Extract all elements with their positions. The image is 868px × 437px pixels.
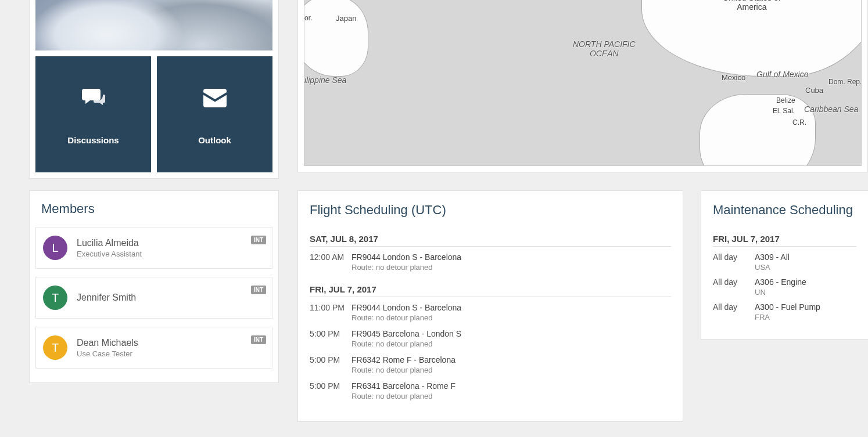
event-time: 12:00 AM — [310, 252, 351, 275]
event-row[interactable]: All dayA306 - EngineUN — [713, 275, 856, 300]
map-label-el-sal: El. Sal. — [773, 107, 795, 115]
map-label-philippine: ilippine Sea — [304, 75, 346, 85]
event-title: FR9044 London S - Barcelona — [351, 303, 671, 312]
member-info: Dean MichaelsUse Case Tester — [77, 338, 138, 358]
envelope-icon — [198, 84, 232, 112]
member-name: Lucilia Almeida — [77, 238, 142, 248]
map-label-mexico: Mexico — [722, 73, 745, 82]
event-time: 11:00 PM — [310, 303, 351, 326]
avatar: L — [43, 236, 67, 260]
event-time: 5:00 PM — [310, 381, 351, 404]
member-title: Use Case Tester — [77, 349, 138, 358]
event-row[interactable]: All dayA309 - AllUSA — [713, 250, 856, 275]
event-subtitle: Route: no detour planed — [351, 313, 671, 322]
top-left-tile-panel: ☔11°☔12°☔12°☔12° Discussions Outlook — [29, 0, 279, 179]
event-row[interactable]: 5:00 PMFR6341 Barcelona - Rome FRoute: n… — [310, 379, 671, 405]
member-row[interactable]: TJennifer SmithINT — [35, 277, 272, 319]
member-title: Executive Assistant — [77, 250, 142, 258]
day-header: FRI, JUL 7, 2017 — [310, 284, 671, 297]
event-time: 5:00 PM — [310, 355, 351, 378]
event-row[interactable]: 12:00 AMFR9044 London S - BarcelonaRoute… — [310, 250, 671, 276]
members-title: Members — [35, 201, 272, 227]
cloud-background — [35, 0, 272, 50]
chat-icon — [77, 84, 110, 112]
event-body: FR6341 Barcelona - Rome FRoute: no detou… — [351, 381, 671, 404]
event-title: A309 - All — [755, 252, 856, 262]
event-title: A306 - Engine — [755, 277, 856, 287]
member-name: Dean Michaels — [77, 338, 138, 348]
event-body: A306 - EngineUN — [755, 277, 856, 299]
maintenance-scheduling-title: Maintenance Scheduling — [713, 203, 856, 218]
int-badge: INT — [251, 286, 266, 294]
event-subtitle: Route: no detour planed — [351, 366, 671, 374]
mexico-shape — [700, 94, 816, 166]
map-label-north-pacific: NORTH PACIFICOCEAN — [573, 39, 636, 58]
event-subtitle: USA — [755, 263, 856, 272]
event-subtitle: Route: no detour planed — [351, 263, 671, 272]
flight-scheduling-panel: Flight Scheduling (UTC) SAT, JUL 8, 2017… — [297, 190, 683, 422]
event-row[interactable]: 11:00 PMFR9044 London S - BarcelonaRoute… — [310, 301, 671, 327]
member-info: Lucilia AlmeidaExecutive Assistant — [77, 238, 142, 258]
member-info: Jennifer Smith — [77, 292, 136, 303]
event-row[interactable]: All dayA300 - Fuel PumpFRA — [713, 300, 856, 325]
event-body: FR9044 London S - BarcelonaRoute: no det… — [351, 252, 671, 275]
event-body: A300 - Fuel PumpFRA — [755, 302, 856, 324]
event-subtitle: Route: no detour planed — [351, 392, 671, 400]
event-row[interactable]: 5:00 PMFR9045 Barcelona - London SRoute:… — [310, 327, 671, 353]
event-body: A309 - AllUSA — [755, 252, 856, 274]
member-name: Jennifer Smith — [77, 292, 136, 303]
map-label-gulf-mexico: Gulf of Mexico — [756, 70, 808, 79]
member-row[interactable]: TDean MichaelsUse Case TesterINT — [35, 327, 272, 369]
maintenance-scheduling-panel: Maintenance Scheduling FRI, JUL 7, 2017A… — [701, 190, 868, 340]
outlook-tile[interactable]: Outlook — [157, 56, 272, 172]
event-time: All day — [713, 252, 755, 274]
avatar: T — [43, 335, 67, 360]
map-label-caribbean: Caribbean Sea — [804, 104, 858, 114]
event-time: 5:00 PM — [310, 329, 351, 352]
discussions-tile[interactable]: Discussions — [35, 56, 151, 172]
map-label-dom-rep: Dom. Rep. — [828, 78, 862, 86]
int-badge: INT — [251, 335, 266, 344]
map-label-frag: or. — [304, 14, 312, 22]
map-view[interactable]: – United States ofAmerica Japan NORTH PA… — [304, 0, 862, 166]
discussions-label: Discussions — [67, 135, 119, 145]
map-label-cuba: Cuba — [805, 86, 823, 95]
event-subtitle: UN — [755, 288, 856, 297]
outlook-label: Outlook — [198, 135, 231, 145]
event-title: FR6341 Barcelona - Rome F — [351, 381, 671, 391]
map-label-japan: Japan — [336, 14, 356, 23]
event-body: FR6342 Rome F - BarcelonaRoute: no detou… — [351, 355, 671, 378]
event-title: FR6342 Rome F - Barcelona — [351, 355, 671, 364]
avatar: T — [43, 286, 67, 310]
map-label-cr: C.R. — [792, 118, 806, 127]
event-time: All day — [713, 277, 755, 299]
event-subtitle: Route: no detour planed — [351, 340, 671, 348]
member-row[interactable]: LLucilia AlmeidaExecutive AssistantINT — [35, 227, 272, 269]
day-header: SAT, JUL 8, 2017 — [310, 234, 671, 247]
event-body: FR9045 Barcelona - London SRoute: no det… — [351, 329, 671, 352]
event-title: FR9044 London S - Barcelona — [351, 252, 671, 262]
members-panel: Members LLucilia AlmeidaExecutive Assist… — [29, 190, 279, 383]
map-panel: – United States ofAmerica Japan NORTH PA… — [297, 0, 868, 172]
event-row[interactable]: 5:00 PMFR6342 Rome F - BarcelonaRoute: n… — [310, 353, 671, 379]
map-label-belize: Belize — [776, 96, 795, 104]
event-subtitle: FRA — [755, 313, 856, 322]
event-body: FR9044 London S - BarcelonaRoute: no det… — [351, 303, 671, 326]
japan-shape — [304, 0, 368, 77]
event-title: FR9045 Barcelona - London S — [351, 329, 671, 338]
flight-scheduling-title: Flight Scheduling (UTC) — [310, 203, 671, 218]
int-badge: INT — [251, 236, 266, 244]
map-label-usa: United States ofAmerica — [723, 0, 781, 12]
day-header: FRI, JUL 7, 2017 — [713, 234, 856, 247]
weather-tile[interactable]: ☔11°☔12°☔12°☔12° — [35, 0, 272, 50]
event-time: All day — [713, 302, 755, 324]
event-title: A300 - Fuel Pump — [755, 302, 856, 312]
